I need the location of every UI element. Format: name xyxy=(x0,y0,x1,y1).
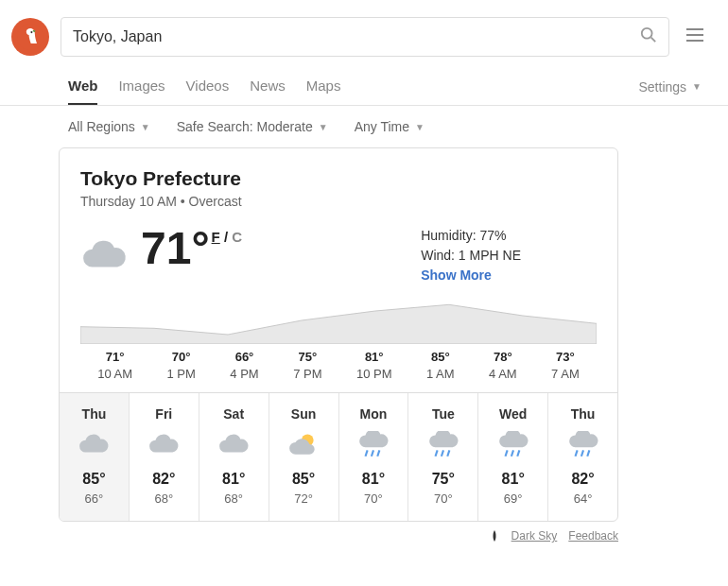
darksky-icon xyxy=(489,530,500,542)
show-more-link[interactable]: Show More xyxy=(421,266,521,285)
chevron-down-icon: ▼ xyxy=(141,122,150,132)
hourly-item[interactable]: 78°4 AM xyxy=(489,350,517,381)
hourly-temp: 78° xyxy=(489,350,517,364)
rain-icon xyxy=(567,431,599,457)
daily-item[interactable]: Thu85°66° xyxy=(60,393,130,521)
rain-icon xyxy=(427,431,459,457)
hourly-item[interactable]: 71°10 AM xyxy=(97,350,132,381)
rain-icon xyxy=(497,431,529,457)
day-name: Thu xyxy=(60,406,129,422)
day-name: Sun xyxy=(269,406,338,422)
day-name: Thu xyxy=(548,406,617,422)
daily-item[interactable]: Mon81°70° xyxy=(339,393,409,521)
settings-label: Settings xyxy=(639,79,687,95)
hourly-item[interactable]: 85°1 AM xyxy=(426,350,455,381)
feedback-link[interactable]: Feedback xyxy=(568,529,618,543)
unit-celsius[interactable]: C xyxy=(232,229,242,245)
svg-line-7 xyxy=(651,38,656,43)
day-low: 64° xyxy=(548,491,617,506)
source-link[interactable]: Dark Sky xyxy=(511,529,558,543)
day-high: 82° xyxy=(548,471,617,488)
daily-item[interactable]: Thu82°64° xyxy=(548,393,617,521)
search-bar[interactable] xyxy=(61,17,669,57)
current-temperature: 71° F / C xyxy=(141,226,242,271)
daily-item[interactable]: Tue75°70° xyxy=(408,393,478,521)
hourly-time: 7 PM xyxy=(293,367,321,381)
humidity: Humidity: 77% xyxy=(421,226,521,246)
chevron-down-icon: ▼ xyxy=(319,122,328,132)
day-low: 72° xyxy=(269,491,338,506)
hourly-temp: 71° xyxy=(97,350,132,364)
cloud-icon xyxy=(147,431,180,457)
day-high: 75° xyxy=(408,471,477,488)
day-name: Fri xyxy=(130,406,199,422)
hourly-temp: 75° xyxy=(293,350,321,364)
cloud-icon xyxy=(217,431,250,457)
filter-time[interactable]: Any Time▼ xyxy=(355,119,425,134)
settings-dropdown[interactable]: Settings ▼ xyxy=(639,79,702,95)
daily-item[interactable]: Fri82°68° xyxy=(130,393,199,521)
hourly-time: 4 PM xyxy=(230,367,258,381)
unit-fahrenheit[interactable]: F xyxy=(212,229,220,245)
day-name: Tue xyxy=(408,406,477,422)
day-high: 81° xyxy=(478,471,547,488)
tab-web[interactable]: Web xyxy=(68,68,97,105)
hourly-item[interactable]: 70°1 PM xyxy=(167,350,196,381)
hourly-item[interactable]: 66°4 PM xyxy=(230,350,258,381)
cloud-icon xyxy=(78,431,110,457)
day-low: 68° xyxy=(130,491,199,506)
hourly-time: 10 PM xyxy=(356,367,392,381)
day-high: 85° xyxy=(269,471,338,488)
day-low: 70° xyxy=(408,491,477,506)
day-low: 66° xyxy=(60,491,129,506)
day-name: Wed xyxy=(478,406,547,422)
wind: Wind: 1 MPH NE xyxy=(421,246,521,266)
chevron-down-icon: ▼ xyxy=(415,122,425,132)
tab-news[interactable]: News xyxy=(250,68,286,105)
svg-point-6 xyxy=(642,28,652,39)
day-low: 68° xyxy=(199,491,269,506)
chevron-down-icon: ▼ xyxy=(692,81,702,92)
filter-safesearch[interactable]: Safe Search: Moderate▼ xyxy=(177,119,328,134)
duckduckgo-logo[interactable] xyxy=(11,18,49,56)
weather-subtitle: Thursday 10 AM • Overcast xyxy=(60,190,617,226)
search-input[interactable] xyxy=(73,28,640,45)
weather-card: Tokyo Prefecture Thursday 10 AM • Overca… xyxy=(59,147,618,522)
hourly-temp: 85° xyxy=(426,350,455,364)
sun-icon xyxy=(287,431,320,457)
search-icon[interactable] xyxy=(640,26,657,47)
current-condition-icon xyxy=(80,232,128,279)
hourly-temp: 70° xyxy=(167,350,196,364)
weather-details: Humidity: 77% Wind: 1 MPH NE Show More xyxy=(421,226,521,285)
svg-point-5 xyxy=(30,31,32,33)
hourly-time: 7 AM xyxy=(551,367,580,381)
tab-images[interactable]: Images xyxy=(118,68,165,105)
hourly-time: 10 AM xyxy=(97,367,132,381)
hourly-time: 1 AM xyxy=(426,367,455,381)
daily-item[interactable]: Wed81°69° xyxy=(478,393,548,521)
hourly-item[interactable]: 81°10 PM xyxy=(356,350,392,381)
hourly-temp: 66° xyxy=(230,350,258,364)
tab-maps[interactable]: Maps xyxy=(306,68,341,105)
day-name: Sat xyxy=(199,406,269,422)
day-high: 81° xyxy=(339,471,408,488)
day-high: 82° xyxy=(130,471,199,488)
day-low: 70° xyxy=(339,491,408,506)
daily-item[interactable]: Sun85°72° xyxy=(269,393,339,521)
hourly-time: 1 PM xyxy=(167,367,196,381)
day-high: 85° xyxy=(60,471,129,488)
daily-item[interactable]: Sat81°68° xyxy=(199,393,269,521)
hourly-forecast: 71°10 AM70°1 PM66°4 PM75°7 PM81°10 PM85°… xyxy=(60,350,617,392)
weather-footer: Dark Sky Feedback xyxy=(59,529,618,543)
hourly-item[interactable]: 73°7 AM xyxy=(551,350,580,381)
location-name: Tokyo Prefecture xyxy=(60,167,617,190)
tab-videos[interactable]: Videos xyxy=(186,68,230,105)
day-name: Mon xyxy=(339,406,408,422)
search-tabs: Web Images Videos News Maps xyxy=(68,68,340,105)
hamburger-menu-icon[interactable] xyxy=(681,23,709,51)
day-high: 81° xyxy=(199,471,269,488)
filter-region[interactable]: All Regions▼ xyxy=(68,119,150,134)
hourly-item[interactable]: 75°7 PM xyxy=(293,350,321,381)
hourly-time: 4 AM xyxy=(489,367,517,381)
rain-icon xyxy=(357,431,390,457)
